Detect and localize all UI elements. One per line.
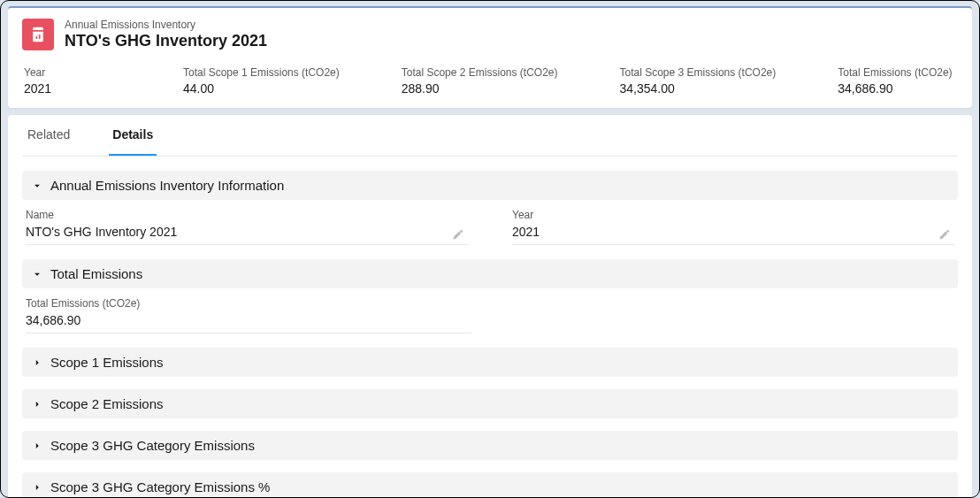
chevron-down-icon: [31, 268, 43, 280]
chevron-right-icon: [31, 481, 43, 494]
field-value: NTO's GHG Inventory 2021: [26, 225, 468, 239]
highlight-label: Total Scope 1 Emissions (tCO2e): [183, 66, 340, 79]
page-title: NTO's GHG Inventory 2021: [65, 32, 267, 50]
detail-card: Related Details Annual Emissions Invento…: [8, 115, 972, 498]
highlight-value: 288.90: [402, 81, 558, 96]
section-title: Annual Emissions Inventory Information: [50, 178, 284, 193]
highlight-scope2: Total Scope 2 Emissions (tCO2e) 288.90: [402, 66, 558, 96]
field-label: Total Emissions (tCO2e): [26, 297, 471, 310]
section-header-total[interactable]: Total Emissions: [22, 259, 958, 288]
highlight-total: Total Emissions (tCO2e) 34,686.90: [838, 66, 952, 96]
tab-details[interactable]: Details: [109, 115, 157, 156]
chevron-right-icon: [31, 440, 43, 452]
field-total-emissions: Total Emissions (tCO2e) 34,686.90: [26, 297, 471, 333]
header-top: Annual Emissions Inventory NTO's GHG Inv…: [22, 19, 958, 50]
field-name: Name NTO's GHG Inventory 2021: [26, 209, 468, 245]
chevron-right-icon: [31, 356, 43, 369]
highlight-year: Year 2021: [24, 66, 121, 96]
section-header-scope3pct[interactable]: Scope 3 GHG Category Emissions %: [22, 472, 958, 498]
chevron-down-icon: [31, 180, 43, 192]
highlight-label: Total Emissions (tCO2e): [838, 66, 952, 79]
record-header: Annual Emissions Inventory NTO's GHG Inv…: [8, 6, 972, 108]
highlight-label: Total Scope 2 Emissions (tCO2e): [402, 66, 558, 79]
highlight-value: 34,686.90: [838, 81, 952, 96]
pencil-icon[interactable]: [938, 228, 951, 241]
total-fields: Total Emissions (tCO2e) 34,686.90: [22, 288, 958, 335]
section-header-scope2[interactable]: Scope 2 Emissions: [22, 389, 958, 418]
field-label: Name: [26, 209, 468, 221]
field-value: 34,686.90: [26, 313, 471, 327]
info-fields: Name NTO's GHG Inventory 2021 Year 2021: [22, 200, 958, 247]
field-value: 2021: [512, 225, 954, 239]
chevron-right-icon: [31, 398, 43, 410]
highlight-value: 34,354.00: [620, 81, 777, 96]
object-type: Annual Emissions Inventory: [65, 19, 267, 31]
tabs: Related Details: [22, 115, 958, 157]
highlight-scope1: Total Scope 1 Emissions (tCO2e) 44.00: [183, 66, 340, 96]
highlight-scope3: Total Scope 3 Emissions (tCO2e) 34,354.0…: [620, 66, 777, 96]
section-title: Scope 3 GHG Category Emissions %: [50, 479, 270, 494]
pencil-icon[interactable]: [452, 228, 464, 241]
section-header-scope1[interactable]: Scope 1 Emissions: [22, 348, 958, 377]
inventory-icon: [22, 19, 54, 50]
section-header-scope3cat[interactable]: Scope 3 GHG Category Emissions: [22, 431, 958, 460]
section-title: Scope 2 Emissions: [50, 396, 164, 411]
tab-related[interactable]: Related: [24, 115, 73, 156]
section-title: Scope 3 GHG Category Emissions: [50, 438, 255, 453]
highlight-label: Total Scope 3 Emissions (tCO2e): [620, 66, 777, 79]
highlights-panel: Year 2021 Total Scope 1 Emissions (tCO2e…: [22, 50, 958, 96]
section-header-info[interactable]: Annual Emissions Inventory Information: [22, 171, 958, 200]
field-year: Year 2021: [512, 209, 954, 245]
highlight-value: 2021: [24, 81, 121, 96]
header-text: Annual Emissions Inventory NTO's GHG Inv…: [65, 19, 267, 50]
field-label: Year: [512, 209, 954, 221]
section-title: Total Emissions: [50, 266, 142, 281]
highlight-label: Year: [24, 66, 121, 79]
section-title: Scope 1 Emissions: [50, 355, 164, 370]
highlight-value: 44.00: [183, 81, 340, 96]
